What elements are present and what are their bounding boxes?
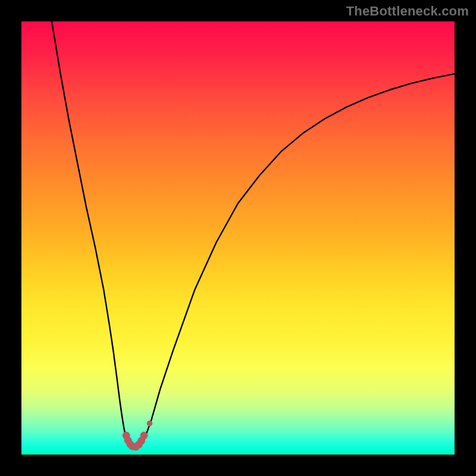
- curve-overlay: [21, 21, 455, 455]
- valley-marker: [147, 421, 153, 427]
- plot-area: [21, 21, 455, 455]
- watermark-text: TheBottleneck.com: [346, 4, 469, 19]
- bottleneck-curve: [52, 21, 455, 449]
- valley-marker: [140, 432, 148, 440]
- chart-frame: TheBottleneck.com: [0, 0, 476, 476]
